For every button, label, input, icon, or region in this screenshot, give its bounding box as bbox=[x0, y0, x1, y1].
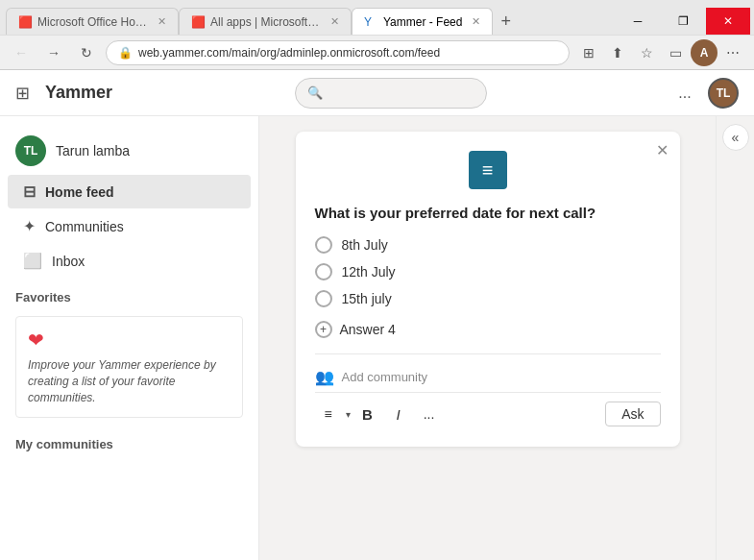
tab1-label: Microsoft Office Hom... bbox=[37, 15, 148, 29]
favorites-box: ❤ Improve your Yammer experience by crea… bbox=[15, 316, 243, 418]
favorites-icon[interactable]: ☆ bbox=[633, 39, 660, 66]
sidebar-item-inbox[interactable]: ⬜ Inbox bbox=[8, 244, 251, 278]
sidebar-item-home-feed[interactable]: ⊟ Home feed bbox=[8, 175, 251, 208]
browser-toolbar-icons: ⊞ ⬆ ☆ ▭ A ⋯ bbox=[575, 39, 746, 66]
tab2-label: All apps | Microsoft O... bbox=[210, 15, 321, 29]
sidebar-item-communities[interactable]: ✦ Communities bbox=[8, 209, 251, 243]
opt3-label: 15th july bbox=[342, 291, 392, 306]
main-content: TL Tarun lamba ⊟ Home feed ✦ Communities… bbox=[0, 116, 754, 560]
app-header: ⊞ Yammer 🔍 ... TL bbox=[0, 70, 754, 116]
address-bar: ← → ↻ 🔒 web.yammer.com/main/org/adminlep… bbox=[0, 35, 754, 69]
settings-icon[interactable]: ⋯ bbox=[719, 39, 746, 66]
poll-question: What is your preferred date for next cal… bbox=[315, 205, 661, 221]
browser-chrome: 🟥 Microsoft Office Hom... ✕ 🟥 All apps |… bbox=[0, 0, 754, 70]
lock-icon: 🔒 bbox=[118, 46, 133, 60]
sidebar-user: TL Tarun lamba bbox=[0, 128, 258, 174]
sidebar: TL Tarun lamba ⊟ Home feed ✦ Communities… bbox=[0, 116, 259, 560]
radio-opt1[interactable] bbox=[315, 236, 332, 254]
tab2-close[interactable]: ✕ bbox=[330, 15, 339, 28]
url-text: web.yammer.com/main/org/adminlep.onmicro… bbox=[138, 46, 440, 60]
bold-button[interactable]: B bbox=[354, 401, 381, 427]
more-options-button[interactable]: ... bbox=[669, 78, 700, 109]
search-bar[interactable]: 🔍 bbox=[295, 78, 487, 109]
app-container: ⊞ Yammer 🔍 ... TL TL Tarun lamba ⊟ Home … bbox=[0, 70, 754, 560]
collapse-button[interactable]: « bbox=[722, 124, 749, 151]
add-community-label: Add community bbox=[342, 370, 428, 384]
poll-format-icon[interactable]: ≡ bbox=[315, 401, 342, 427]
refresh-button[interactable]: ↻ bbox=[73, 39, 100, 66]
poll-icon: ≡ bbox=[469, 151, 507, 189]
tab-2[interactable]: 🟥 All apps | Microsoft O... ✕ bbox=[179, 8, 352, 35]
poll-toolbar: ≡ ▾ B I ... Ask bbox=[315, 392, 661, 427]
tab-1[interactable]: 🟥 Microsoft Office Hom... ✕ bbox=[6, 8, 179, 35]
italic-button[interactable]: I bbox=[385, 401, 412, 427]
tab-3[interactable]: Y Yammer - Feed ✕ bbox=[352, 8, 493, 35]
url-bar[interactable]: 🔒 web.yammer.com/main/org/adminlep.onmic… bbox=[106, 40, 570, 65]
format-chevron-icon[interactable]: ▾ bbox=[346, 409, 351, 420]
opt2-label: 12th July bbox=[342, 264, 396, 280]
grid-icon[interactable]: ⊞ bbox=[15, 83, 30, 104]
poll-close-button[interactable]: ✕ bbox=[656, 141, 669, 159]
new-tab-button[interactable]: + bbox=[493, 8, 519, 35]
poll-option-3[interactable]: 15th july bbox=[315, 290, 661, 307]
restore-button[interactable]: ❐ bbox=[661, 8, 705, 35]
communities-icon: ✦ bbox=[23, 217, 36, 235]
home-feed-label: Home feed bbox=[45, 184, 114, 200]
poll-option-2[interactable]: 12th July bbox=[315, 263, 661, 280]
opt1-label: 8th July bbox=[342, 237, 388, 253]
forward-button[interactable]: → bbox=[40, 39, 67, 66]
communities-label: Communities bbox=[45, 219, 124, 234]
split-view-icon[interactable]: ▭ bbox=[662, 39, 689, 66]
back-button[interactable]: ← bbox=[8, 39, 35, 66]
tab2-favicon: 🟥 bbox=[191, 15, 205, 29]
feed-area: ✕ ≡ What is your preferred date for next… bbox=[259, 116, 716, 560]
user-name: Tarun lamba bbox=[56, 143, 130, 158]
tab3-favicon: Y bbox=[364, 15, 377, 29]
close-button[interactable]: ✕ bbox=[706, 8, 750, 35]
inbox-label: Inbox bbox=[52, 254, 85, 269]
window-controls: ─ ❐ ✕ bbox=[616, 8, 754, 35]
tab1-favicon: 🟥 bbox=[18, 15, 32, 29]
favorites-text: Improve your Yammer experience by creati… bbox=[28, 357, 231, 405]
extensions-icon[interactable]: ⊞ bbox=[575, 39, 602, 66]
search-icon: 🔍 bbox=[307, 85, 323, 100]
poll-header-icon: ≡ bbox=[315, 151, 661, 189]
home-feed-icon: ⊟ bbox=[23, 183, 36, 201]
poll-divider bbox=[315, 353, 661, 354]
tab3-close[interactable]: ✕ bbox=[472, 15, 480, 28]
poll-format-symbol: ≡ bbox=[324, 406, 331, 422]
minimize-button[interactable]: ─ bbox=[616, 8, 660, 35]
inbox-icon: ⬜ bbox=[23, 252, 42, 270]
favorites-title: Favorites bbox=[0, 279, 258, 308]
tab3-label: Yammer - Feed bbox=[383, 15, 462, 29]
radio-opt3[interactable] bbox=[315, 290, 332, 307]
header-right: ... TL bbox=[669, 78, 739, 109]
user-avatar-header[interactable]: TL bbox=[708, 78, 739, 109]
add-community-row[interactable]: 👥 Add community bbox=[315, 362, 661, 392]
poll-option-1[interactable]: 8th July bbox=[315, 236, 661, 254]
add-answer-label: Answer 4 bbox=[340, 322, 396, 337]
poll-options: 8th July 12th July 15th july + Answer 4 bbox=[315, 236, 661, 338]
user-avatar-sidebar: TL bbox=[15, 135, 46, 166]
poll-icon-symbol: ≡ bbox=[482, 159, 494, 182]
share-icon[interactable]: ⬆ bbox=[604, 39, 631, 66]
right-panel: « bbox=[716, 116, 754, 560]
tab-bar: 🟥 Microsoft Office Hom... ✕ 🟥 All apps |… bbox=[0, 0, 754, 35]
my-communities-title: My communities bbox=[0, 426, 258, 455]
radio-opt2[interactable] bbox=[315, 263, 332, 280]
add-answer-button[interactable]: + Answer 4 bbox=[315, 321, 661, 338]
app-brand: Yammer bbox=[45, 83, 112, 103]
browser-profile[interactable]: A bbox=[691, 39, 718, 66]
ask-button[interactable]: Ask bbox=[605, 402, 660, 426]
search-area: 🔍 bbox=[124, 78, 658, 109]
add-answer-icon: + bbox=[315, 321, 332, 338]
more-format-button[interactable]: ... bbox=[416, 401, 443, 427]
poll-card: ✕ ≡ What is your preferred date for next… bbox=[296, 132, 680, 447]
tab1-close[interactable]: ✕ bbox=[158, 15, 166, 28]
community-icon: 👥 bbox=[315, 368, 334, 386]
heart-icon: ❤ bbox=[28, 329, 231, 352]
